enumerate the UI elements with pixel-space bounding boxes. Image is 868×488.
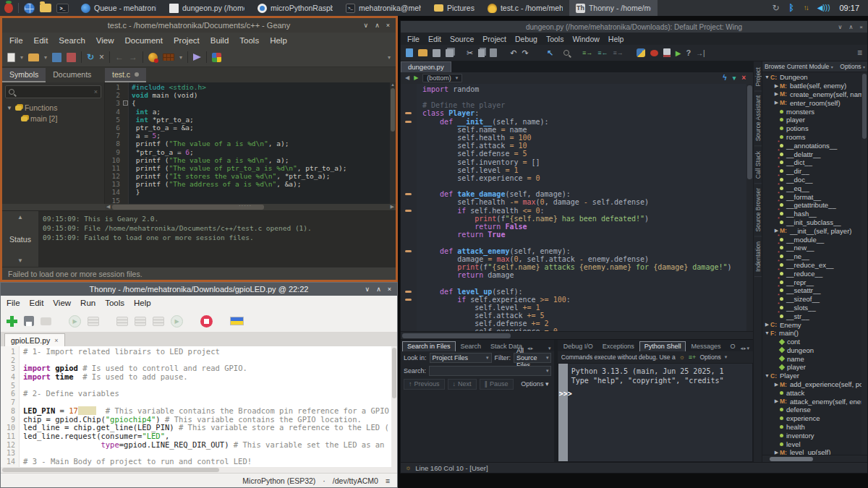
maximize-icon[interactable]: ∧ — [375, 22, 380, 29]
chevron-down-icon[interactable]: ▼ — [764, 330, 770, 335]
step-dim-icon[interactable] — [153, 317, 164, 326]
wing-menu-file[interactable]: File — [407, 35, 420, 43]
scope-combo[interactable]: (bottom) ▾ — [422, 74, 462, 82]
redo-icon[interactable]: ↷ — [522, 48, 528, 58]
tree-item[interactable]: experience — [764, 414, 867, 423]
tree-item[interactable]: health — [764, 423, 867, 432]
close-pane-icon[interactable]: × — [741, 74, 746, 82]
geany-menu-help[interactable]: Help — [270, 36, 287, 45]
open-icon[interactable] — [418, 49, 427, 56]
code-area[interactable]: # 1- Import related librairs to LED proj… — [20, 346, 391, 467]
taskbar-window-button[interactable]: microPythonRaspber.. — [251, 0, 339, 16]
maximize-icon[interactable]: ∧ — [848, 24, 853, 30]
nav-forward-icon[interactable]: ▶ — [414, 74, 418, 81]
save-icon[interactable] — [52, 53, 61, 62]
thonny-menu-view[interactable]: View — [53, 299, 71, 307]
tree-item[interactable]: ▼C:Player — [764, 372, 867, 380]
scrollbar-thumb[interactable] — [2, 468, 219, 472]
chevron-right-icon[interactable]: ▶ — [773, 382, 780, 388]
tree-item[interactable]: ▶M:enter_room(self) — [764, 98, 867, 107]
chevron-right-icon[interactable]: ▶ — [773, 398, 780, 404]
hamburger-icon[interactable]: ≡ — [386, 476, 390, 485]
sidebar-tab-documents[interactable]: Documents — [46, 68, 98, 82]
magnifier-icon[interactable] — [563, 50, 569, 56]
tree-item[interactable]: defense — [764, 406, 867, 414]
thonny-menu-tools[interactable]: Tools — [105, 299, 124, 307]
geany-menu-file[interactable]: File — [9, 36, 23, 45]
chevron-down-icon[interactable]: ▼ — [7, 105, 12, 111]
side-tab-indentation[interactable]: Indentation — [754, 237, 762, 277]
tree-item[interactable]: ▼C:Dungeon — [764, 73, 867, 82]
geany-menu-view[interactable]: View — [96, 36, 114, 45]
undo-icon[interactable]: ↶ — [510, 48, 516, 58]
tree-item[interactable]: cont — [764, 338, 867, 346]
open-dim-icon[interactable] — [41, 317, 51, 325]
taskbar-window-button[interactable]: ThThonny - /home/me.. — [569, 0, 658, 16]
vertical-scrollbar[interactable] — [746, 84, 753, 331]
step-dim-icon[interactable] — [116, 317, 128, 326]
wing-menu-source[interactable]: Source — [450, 35, 474, 43]
horizontal-scrollbar[interactable]: ◀ ····· ▶ — [105, 204, 396, 210]
geany-menu-document[interactable]: Document — [125, 36, 163, 45]
sidebar-tab-symbols[interactable]: Symbols — [2, 68, 46, 82]
volume-icon[interactable]: ◀))) — [817, 4, 830, 12]
chevron-down-icon[interactable]: ▾ — [548, 346, 553, 351]
bug-icon[interactable] — [650, 50, 658, 56]
symbols-item-main[interactable]: main [2] — [2, 112, 104, 123]
scrollbar-thumb[interactable] — [747, 85, 752, 179]
tree-item[interactable]: name — [764, 354, 867, 363]
chevron-right-icon[interactable]: ▶ — [773, 83, 780, 89]
goto2-icon[interactable]: ≡← — [597, 49, 608, 56]
minimize-icon[interactable]: ∨ — [364, 22, 369, 29]
panel-tab-python-shell[interactable]: Python Shell — [639, 341, 686, 351]
tree-item[interactable]: player — [764, 363, 867, 372]
dropdown-icon[interactable]: ▾ — [44, 54, 47, 61]
panel-tab-search-in-files[interactable]: Search in Files — [402, 341, 456, 351]
geany-menu-search[interactable]: Search — [59, 36, 85, 45]
play-dim-icon[interactable]: ▶ — [69, 315, 81, 328]
panel-tab-o[interactable]: O — [726, 342, 739, 351]
fold-marker-icon[interactable]: − — [123, 100, 128, 106]
nav-back-icon[interactable]: ← — [115, 52, 124, 62]
save-icon[interactable] — [433, 49, 441, 57]
resume-dim-icon[interactable]: ▶ — [171, 315, 183, 328]
stop-icon[interactable] — [200, 315, 213, 328]
panel-tab-debug-i-o[interactable]: Debug I/O — [559, 342, 597, 351]
panel-tab-messages[interactable]: Messages — [686, 342, 725, 351]
wing-menu-help[interactable]: Help — [608, 35, 624, 43]
next-button[interactable]: ↓Next — [448, 379, 477, 390]
open-file-icon[interactable] — [28, 53, 39, 61]
fold-marker-icon[interactable] — [405, 250, 412, 252]
tree-item[interactable]: dungeon — [764, 346, 867, 355]
filter-combo[interactable]: All Source Files ▾ — [514, 353, 551, 363]
scroll-up-icon[interactable]: ▲ — [391, 82, 395, 87]
build-icon[interactable] — [163, 53, 174, 61]
scrollbar-thumb[interactable] — [402, 333, 511, 338]
scroll-up-icon[interactable]: ▲ — [17, 214, 23, 221]
paste-icon[interactable] — [490, 48, 497, 57]
tree-item[interactable]: potions — [764, 124, 867, 133]
taskbar-window-button[interactable]: test.c - /home/mehatr.. — [481, 0, 569, 16]
thonny-titlebar[interactable]: Thonny - /home/mehatronika/Downloads/gpi… — [1, 283, 397, 296]
fold-column[interactable]: − — [122, 82, 129, 204]
symbols-root-item[interactable]: ▼ Functions — [2, 101, 104, 112]
close-icon[interactable]: × — [386, 22, 390, 29]
tree-item[interactable]: attack — [764, 388, 867, 397]
revert-icon[interactable]: ↻ — [87, 52, 94, 62]
tree-item[interactable]: inventory — [764, 431, 867, 440]
cut-icon[interactable]: ✂ — [467, 48, 473, 58]
look-in-combo[interactable]: Project Files ▾ — [430, 353, 492, 363]
compile-icon[interactable] — [148, 53, 158, 62]
tab-scroll-left-icon[interactable]: ◂ — [740, 346, 743, 351]
clear-search-icon[interactable]: × — [94, 88, 98, 95]
collapse-icon[interactable]: ▾ — [733, 74, 736, 82]
terminal-launcher-icon[interactable]: >_ — [56, 4, 69, 13]
scrollbar-thumb[interactable] — [862, 74, 867, 139]
goto3-icon[interactable]: ≡→ — [613, 49, 623, 56]
thonny-menu-edit[interactable]: Edit — [30, 299, 44, 307]
horizontal-scrollbar[interactable] — [1, 467, 397, 473]
panel-tab-search[interactable]: Search — [456, 342, 486, 351]
scrollbar-thumb[interactable] — [391, 88, 395, 132]
dropdown-icon[interactable]: ▾ — [20, 54, 23, 61]
shell-prompt[interactable]: >>> — [559, 390, 572, 398]
